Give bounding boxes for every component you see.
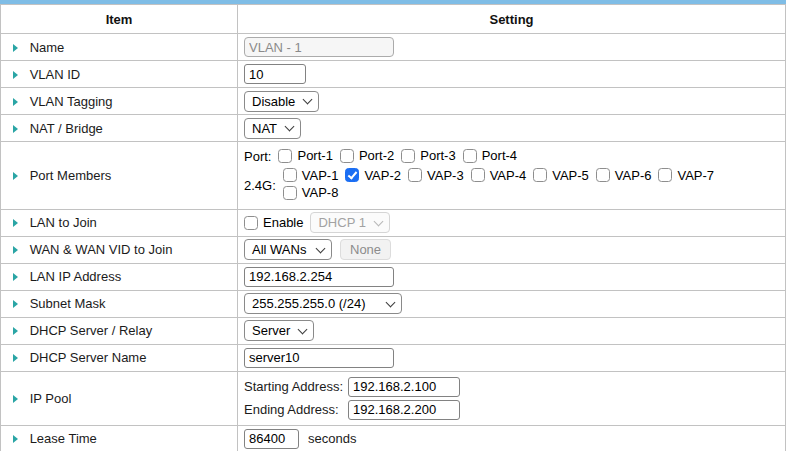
item-cell: Port Members (1, 142, 238, 210)
dhcp-instance-value: DHCP 1 (318, 215, 365, 230)
item-cell: Subnet Mask (1, 290, 238, 317)
triangle-bullet-icon (13, 300, 18, 308)
checkbox-item: VAP-6 (596, 168, 652, 183)
lan-ip-input[interactable] (244, 267, 394, 287)
ending-address-input[interactable] (348, 400, 460, 420)
setting-cell (238, 61, 786, 88)
checkbox-item: Port-1 (278, 148, 332, 163)
item-label: Lease Time (30, 431, 97, 446)
starting-address-label: Starting Address: (244, 379, 348, 394)
wifi-vap-checkbox-row: 2.4G: VAP-1VAP-2VAP-3VAP-4VAP-5VAP-6VAP-… (244, 168, 779, 203)
item-cell: LAN to Join (1, 209, 238, 236)
item-cell: NAT / Bridge (1, 115, 238, 142)
setting-cell (238, 344, 786, 371)
item-cell: VLAN Tagging (1, 88, 238, 115)
item-label: DHCP Server Name (30, 350, 147, 365)
port-prefix-label: Port: (244, 149, 271, 164)
setting-cell: Enable DHCP 1 (238, 209, 786, 236)
checkbox[interactable] (408, 168, 422, 182)
item-cell: Lease Time (1, 425, 238, 451)
row-vlan-id: VLAN ID (1, 61, 786, 88)
row-nat-bridge: NAT / Bridge NAT (1, 115, 786, 142)
item-label: VLAN ID (30, 67, 81, 82)
checkbox-item: VAP-1 (283, 168, 339, 183)
vlan-tagging-select[interactable]: Disable (244, 91, 319, 112)
setting-cell: Server (238, 317, 786, 344)
item-label: LAN to Join (30, 215, 97, 230)
checkbox-label: VAP-4 (490, 168, 527, 183)
checkbox[interactable] (278, 149, 292, 163)
setting-cell: seconds (238, 425, 786, 451)
item-label: NAT / Bridge (30, 121, 103, 136)
nat-bridge-value: NAT (252, 121, 277, 136)
checkbox[interactable] (533, 168, 547, 182)
checkbox-label: VAP-1 (302, 168, 339, 183)
dhcp-mode-select[interactable]: Server (244, 320, 314, 341)
checkbox-label: VAP-3 (427, 168, 464, 183)
item-label: Port Members (30, 168, 112, 183)
row-dhcp-mode: DHCP Server / Relay Server (1, 317, 786, 344)
vlan-tagging-value: Disable (252, 94, 295, 109)
checkbox-item: VAP-5 (533, 168, 589, 183)
checkbox[interactable] (658, 168, 672, 182)
starting-address-input[interactable] (348, 377, 460, 397)
triangle-bullet-icon (13, 219, 18, 227)
checkbox[interactable] (283, 168, 297, 182)
setting-cell: All WANs None (238, 236, 786, 263)
lease-time-input[interactable] (244, 429, 299, 449)
ending-address-label: Ending Address: (244, 402, 348, 417)
item-label: LAN IP Address (30, 269, 122, 284)
triangle-bullet-icon (13, 98, 18, 106)
starting-address-row: Starting Address: (244, 377, 779, 397)
triangle-bullet-icon (13, 125, 18, 133)
subnet-mask-select[interactable]: 255.255.255.0 (/24) (244, 293, 402, 314)
vlan-name-input (244, 37, 394, 57)
checkbox[interactable] (283, 186, 297, 200)
checkbox-label: VAP-8 (302, 185, 339, 200)
triangle-bullet-icon (13, 354, 18, 362)
row-lan-ip: LAN IP Address (1, 263, 786, 290)
column-header-item: Item (1, 5, 238, 34)
chevron-down-icon (386, 297, 396, 307)
wan-vid-none-button: None (340, 239, 391, 260)
table-header-row: Item Setting (1, 5, 786, 34)
chevron-down-icon (373, 216, 383, 226)
checkbox-item: VAP-4 (471, 168, 527, 183)
item-label: Name (30, 40, 65, 55)
item-cell: DHCP Server / Relay (1, 317, 238, 344)
item-cell: IP Pool (1, 371, 238, 425)
lease-time-unit-label: seconds (308, 431, 356, 446)
checkbox-label: Port-4 (482, 148, 517, 163)
checkbox[interactable] (401, 149, 415, 163)
checkbox[interactable] (340, 149, 354, 163)
setting-cell: Starting Address: Ending Address: (238, 371, 786, 425)
checkbox[interactable] (596, 168, 610, 182)
row-ip-pool: IP Pool Starting Address: Ending Address… (1, 371, 786, 425)
checkbox-item: VAP-7 (658, 168, 714, 183)
row-lan-to-join: LAN to Join Enable DHCP 1 (1, 209, 786, 236)
checkbox-item: Port-4 (463, 148, 517, 163)
checkbox-label: Port-1 (297, 148, 332, 163)
enable-checkbox[interactable] (244, 216, 258, 230)
item-label: DHCP Server / Relay (30, 323, 153, 338)
item-cell: DHCP Server Name (1, 344, 238, 371)
nat-bridge-select[interactable]: NAT (244, 118, 301, 139)
vlan-id-input[interactable] (244, 64, 306, 84)
wan-select[interactable]: All WANs (244, 239, 332, 260)
item-label: WAN & WAN VID to Join (30, 242, 173, 257)
row-wan-join: WAN & WAN VID to Join All WANs None (1, 236, 786, 263)
dhcp-server-name-input[interactable] (244, 348, 394, 368)
chevron-down-icon (285, 122, 295, 132)
checkbox[interactable] (463, 149, 477, 163)
checkbox[interactable] (345, 168, 359, 182)
enable-label: Enable (263, 215, 303, 230)
triangle-bullet-icon (13, 273, 18, 281)
checkbox-label: VAP-5 (552, 168, 589, 183)
row-vlan-tagging: VLAN Tagging Disable (1, 88, 786, 115)
item-cell: WAN & WAN VID to Join (1, 236, 238, 263)
row-lease-time: Lease Time seconds (1, 425, 786, 451)
checkbox[interactable] (471, 168, 485, 182)
ethernet-port-checkbox-row: Port: Port-1Port-2Port-3Port-4 (244, 148, 779, 166)
triangle-bullet-icon (13, 435, 18, 443)
row-subnet-mask: Subnet Mask 255.255.255.0 (/24) (1, 290, 786, 317)
